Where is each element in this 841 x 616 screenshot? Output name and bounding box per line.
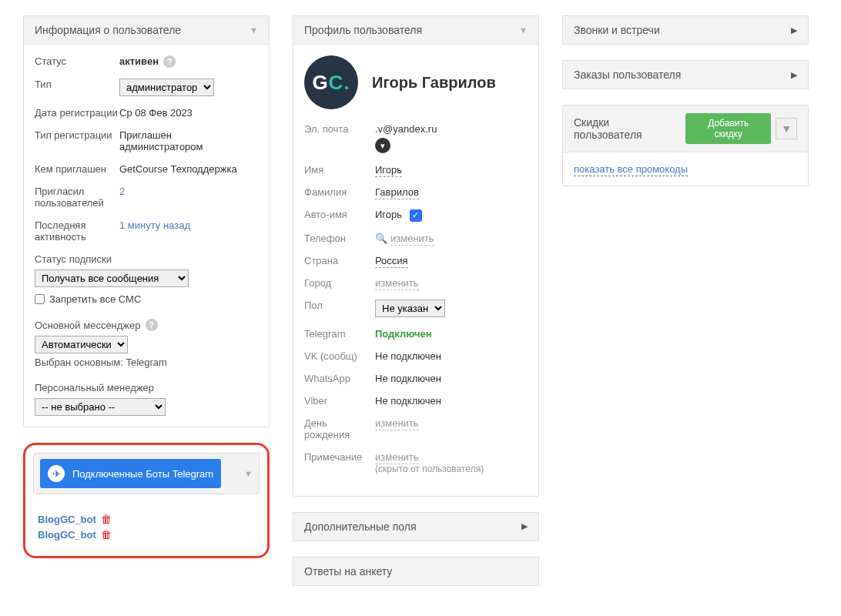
status-value: активен: [119, 55, 159, 67]
type-label: Тип: [35, 79, 119, 90]
city-change[interactable]: изменить: [375, 277, 419, 290]
country-label: Страна: [304, 255, 375, 266]
autoname-value: Игорь: [375, 209, 402, 220]
survey-answers-panel[interactable]: Ответы на анкету: [293, 557, 539, 586]
firstname-label: Имя: [304, 164, 375, 176]
block-sms-label: Запретить все СМС: [49, 293, 141, 305]
note-change[interactable]: изменить: [375, 451, 419, 464]
discounts-panel: Скидки пользователя Добавить скидку ▼ по…: [562, 105, 809, 186]
vk-label: VK (сообщ): [304, 350, 375, 362]
whatsapp-value: Не подключен: [375, 373, 441, 384]
last-activity-link[interactable]: 1 минуту назад: [119, 219, 190, 231]
telegram-value: Подключен: [375, 328, 432, 340]
whatsapp-label: WhatsApp: [304, 373, 375, 384]
note-hint: (скрыто от пользователя): [375, 464, 484, 474]
manager-label: Персональный менеджер: [35, 382, 258, 393]
chevron-right-icon: ▶: [521, 521, 528, 531]
user-type-select[interactable]: администратор: [119, 79, 214, 96]
invited-count-link[interactable]: 2: [119, 186, 125, 197]
viber-label: Viber: [304, 395, 375, 407]
survey-answers-title: Ответы на анкету: [304, 565, 392, 578]
regdate-value: Ср 08 Фев 2023: [119, 107, 193, 119]
chevron-right-icon: ▶: [791, 70, 797, 80]
invitedcount-label: Пригласил пользователей: [35, 186, 119, 209]
telegram-bots-header[interactable]: ✈ Подключенные Боты Telegram ▼: [33, 453, 260, 494]
telegram-icon: ✈: [48, 465, 65, 482]
help-icon[interactable]: ?: [146, 319, 158, 331]
bot-link[interactable]: BlogGC_bot: [38, 529, 96, 541]
bot-row: BlogGC_bot 🗑: [38, 528, 255, 541]
invitedby-label: Кем приглашен: [35, 163, 119, 175]
lastname-value[interactable]: Гаврилов: [375, 186, 419, 199]
status-label: Статус: [35, 55, 119, 67]
help-icon[interactable]: ?: [163, 55, 176, 68]
lastname-label: Фамилия: [304, 186, 375, 198]
regtype-label: Тип регистрации: [35, 129, 119, 141]
show-promocodes-link[interactable]: показать все промокоды: [574, 163, 688, 176]
phone-label: Телефон: [304, 233, 375, 244]
vk-value: Не подключен: [375, 350, 441, 362]
bday-change[interactable]: изменить: [375, 417, 419, 430]
bday-label: День рождения: [304, 417, 375, 440]
main-messenger-select[interactable]: Автоматически: [35, 336, 128, 353]
user-info-header[interactable]: Информация о пользователе ▼: [24, 16, 269, 45]
profile-name: Игорь Гаврилов: [372, 74, 496, 92]
note-label: Примечание: [304, 451, 375, 463]
search-icon: 🔍: [375, 233, 387, 244]
main-messenger-label: Основной мессенджер: [35, 320, 141, 331]
chevron-down-icon: ▼: [244, 469, 253, 478]
extra-fields-title: Дополнительные поля: [304, 521, 417, 533]
city-label: Город: [304, 277, 375, 289]
telegram-bots-title: Подключенные Боты Telegram: [72, 468, 213, 480]
telegram-label: Telegram: [304, 328, 375, 340]
manager-select[interactable]: -- не выбрано --: [35, 398, 166, 416]
viber-value: Не подключен: [375, 395, 441, 407]
email-visible: .v@yandex.ru: [375, 123, 437, 135]
user-info-title: Информация о пользователе: [35, 24, 181, 36]
chevron-down-icon[interactable]: ▼: [776, 118, 797, 139]
extra-fields-panel[interactable]: Дополнительные поля ▶: [293, 512, 539, 541]
gender-select[interactable]: Не указан: [375, 300, 445, 317]
country-value[interactable]: Россия: [375, 255, 408, 268]
autoname-label: Авто-имя: [304, 209, 375, 220]
avatar: GC.: [304, 55, 358, 109]
trash-icon[interactable]: 🗑: [101, 513, 112, 525]
check-icon[interactable]: ✓: [410, 209, 422, 222]
chevron-down-icon: ▼: [519, 25, 528, 35]
main-messenger-note: Выбран основным: Telegram: [35, 357, 258, 368]
calls-panel[interactable]: Звонки и встречи ▶: [562, 15, 809, 45]
chevron-right-icon: ▶: [791, 25, 797, 35]
calls-title: Звонки и встречи: [574, 24, 660, 36]
add-discount-button[interactable]: Добавить скидку: [685, 113, 771, 144]
user-profile-header[interactable]: Профиль пользователя ▼: [293, 16, 538, 45]
bot-row: BlogGC_bot 🗑: [38, 513, 255, 525]
gender-label: Пол: [304, 300, 375, 311]
lastactivity-label: Последняя активность: [35, 219, 119, 243]
chevron-down-icon: ▼: [250, 25, 258, 35]
user-profile-title: Профиль пользователя: [304, 24, 422, 36]
regdate-label: Дата регистрации: [35, 107, 119, 119]
subscription-select[interactable]: Получать все сообщения: [35, 270, 189, 287]
telegram-bots-panel: ✈ Подключенные Боты Telegram ▼ BlogGC_bo…: [23, 443, 270, 558]
discounts-title: Скидки пользователя: [574, 116, 679, 141]
email-label: Эл. почта: [304, 123, 375, 135]
firstname-value[interactable]: Игорь: [375, 164, 402, 177]
invitedby-value: GetCourse Техподдержка: [119, 163, 237, 175]
regtype-value: Приглашен администратором: [119, 129, 258, 152]
trash-icon[interactable]: 🗑: [101, 528, 112, 541]
expand-email-icon[interactable]: ▾: [375, 138, 390, 153]
block-sms-checkbox[interactable]: [35, 294, 45, 304]
user-profile-panel: Профиль пользователя ▼ GC. Игорь Гаврило…: [293, 15, 539, 497]
phone-change[interactable]: изменить: [390, 233, 434, 246]
orders-title: Заказы пользователя: [574, 69, 681, 81]
orders-panel[interactable]: Заказы пользователя ▶: [562, 60, 809, 89]
user-info-panel: Информация о пользователе ▼ Статус актив…: [23, 15, 270, 427]
bot-link[interactable]: BlogGC_bot: [38, 514, 96, 525]
subscription-label: Статус подписки: [35, 253, 258, 265]
discounts-header[interactable]: Скидки пользователя Добавить скидку ▼: [563, 105, 808, 152]
